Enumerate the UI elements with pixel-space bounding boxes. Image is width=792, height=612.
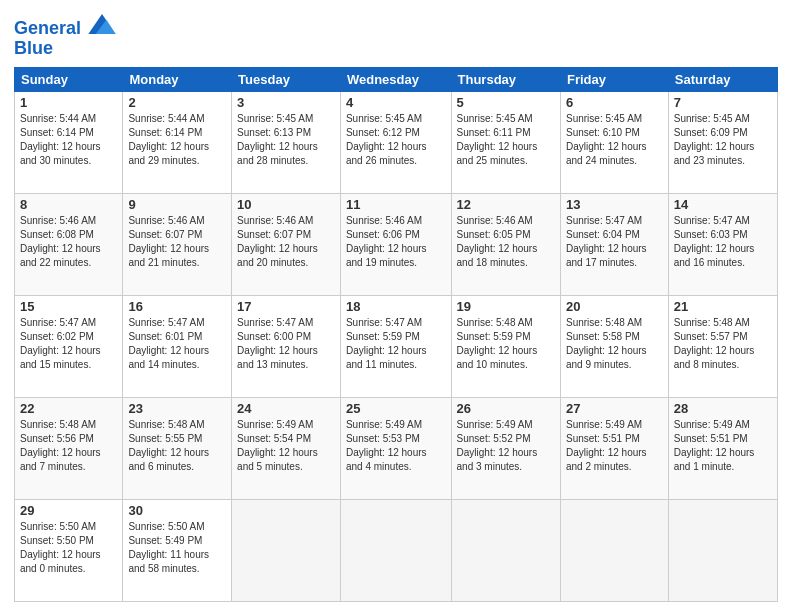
day-info: Sunrise: 5:44 AMSunset: 6:14 PMDaylight:…: [128, 112, 226, 168]
weekday-header-row: SundayMondayTuesdayWednesdayThursdayFrid…: [15, 67, 778, 91]
weekday-monday: Monday: [123, 67, 232, 91]
day-number: 29: [20, 503, 117, 518]
calendar-cell: [451, 499, 560, 601]
calendar-cell: 15Sunrise: 5:47 AMSunset: 6:02 PMDayligh…: [15, 295, 123, 397]
day-info: Sunrise: 5:46 AMSunset: 6:07 PMDaylight:…: [128, 214, 226, 270]
calendar-cell: 20Sunrise: 5:48 AMSunset: 5:58 PMDayligh…: [560, 295, 668, 397]
day-number: 7: [674, 95, 772, 110]
day-info: Sunrise: 5:50 AMSunset: 5:50 PMDaylight:…: [20, 520, 117, 576]
weekday-thursday: Thursday: [451, 67, 560, 91]
day-info: Sunrise: 5:49 AMSunset: 5:52 PMDaylight:…: [457, 418, 555, 474]
calendar-cell: 8Sunrise: 5:46 AMSunset: 6:08 PMDaylight…: [15, 193, 123, 295]
calendar-cell: 12Sunrise: 5:46 AMSunset: 6:05 PMDayligh…: [451, 193, 560, 295]
week-row-2: 8Sunrise: 5:46 AMSunset: 6:08 PMDaylight…: [15, 193, 778, 295]
calendar-cell: 3Sunrise: 5:45 AMSunset: 6:13 PMDaylight…: [232, 91, 341, 193]
day-number: 13: [566, 197, 663, 212]
day-number: 17: [237, 299, 335, 314]
calendar-cell: 18Sunrise: 5:47 AMSunset: 5:59 PMDayligh…: [340, 295, 451, 397]
day-info: Sunrise: 5:47 AMSunset: 6:02 PMDaylight:…: [20, 316, 117, 372]
day-info: Sunrise: 5:47 AMSunset: 6:00 PMDaylight:…: [237, 316, 335, 372]
day-number: 21: [674, 299, 772, 314]
day-number: 3: [237, 95, 335, 110]
calendar-cell: [668, 499, 777, 601]
calendar-cell: 27Sunrise: 5:49 AMSunset: 5:51 PMDayligh…: [560, 397, 668, 499]
calendar-cell: 29Sunrise: 5:50 AMSunset: 5:50 PMDayligh…: [15, 499, 123, 601]
calendar-cell: 30Sunrise: 5:50 AMSunset: 5:49 PMDayligh…: [123, 499, 232, 601]
day-info: Sunrise: 5:49 AMSunset: 5:51 PMDaylight:…: [674, 418, 772, 474]
calendar-cell: [560, 499, 668, 601]
calendar-cell: 25Sunrise: 5:49 AMSunset: 5:53 PMDayligh…: [340, 397, 451, 499]
calendar-cell: 16Sunrise: 5:47 AMSunset: 6:01 PMDayligh…: [123, 295, 232, 397]
day-info: Sunrise: 5:45 AMSunset: 6:09 PMDaylight:…: [674, 112, 772, 168]
calendar-cell: 14Sunrise: 5:47 AMSunset: 6:03 PMDayligh…: [668, 193, 777, 295]
day-number: 14: [674, 197, 772, 212]
calendar-cell: 23Sunrise: 5:48 AMSunset: 5:55 PMDayligh…: [123, 397, 232, 499]
day-number: 10: [237, 197, 335, 212]
day-number: 16: [128, 299, 226, 314]
logo-icon: [88, 14, 116, 34]
calendar-cell: 7Sunrise: 5:45 AMSunset: 6:09 PMDaylight…: [668, 91, 777, 193]
day-number: 8: [20, 197, 117, 212]
day-info: Sunrise: 5:45 AMSunset: 6:10 PMDaylight:…: [566, 112, 663, 168]
day-number: 15: [20, 299, 117, 314]
calendar-cell: 13Sunrise: 5:47 AMSunset: 6:04 PMDayligh…: [560, 193, 668, 295]
day-info: Sunrise: 5:48 AMSunset: 5:57 PMDaylight:…: [674, 316, 772, 372]
weekday-saturday: Saturday: [668, 67, 777, 91]
day-info: Sunrise: 5:46 AMSunset: 6:05 PMDaylight:…: [457, 214, 555, 270]
calendar-cell: 9Sunrise: 5:46 AMSunset: 6:07 PMDaylight…: [123, 193, 232, 295]
day-info: Sunrise: 5:48 AMSunset: 5:55 PMDaylight:…: [128, 418, 226, 474]
day-info: Sunrise: 5:44 AMSunset: 6:14 PMDaylight:…: [20, 112, 117, 168]
calendar-cell: 6Sunrise: 5:45 AMSunset: 6:10 PMDaylight…: [560, 91, 668, 193]
day-info: Sunrise: 5:50 AMSunset: 5:49 PMDaylight:…: [128, 520, 226, 576]
week-row-4: 22Sunrise: 5:48 AMSunset: 5:56 PMDayligh…: [15, 397, 778, 499]
calendar-cell: 1Sunrise: 5:44 AMSunset: 6:14 PMDaylight…: [15, 91, 123, 193]
weekday-wednesday: Wednesday: [340, 67, 451, 91]
day-number: 2: [128, 95, 226, 110]
calendar-cell: 5Sunrise: 5:45 AMSunset: 6:11 PMDaylight…: [451, 91, 560, 193]
day-info: Sunrise: 5:46 AMSunset: 6:06 PMDaylight:…: [346, 214, 446, 270]
day-number: 4: [346, 95, 446, 110]
calendar-cell: 26Sunrise: 5:49 AMSunset: 5:52 PMDayligh…: [451, 397, 560, 499]
day-info: Sunrise: 5:45 AMSunset: 6:13 PMDaylight:…: [237, 112, 335, 168]
day-info: Sunrise: 5:46 AMSunset: 6:07 PMDaylight:…: [237, 214, 335, 270]
calendar-cell: [232, 499, 341, 601]
day-number: 12: [457, 197, 555, 212]
calendar-cell: [340, 499, 451, 601]
day-number: 27: [566, 401, 663, 416]
calendar-cell: 10Sunrise: 5:46 AMSunset: 6:07 PMDayligh…: [232, 193, 341, 295]
week-row-1: 1Sunrise: 5:44 AMSunset: 6:14 PMDaylight…: [15, 91, 778, 193]
day-info: Sunrise: 5:47 AMSunset: 6:01 PMDaylight:…: [128, 316, 226, 372]
day-number: 18: [346, 299, 446, 314]
calendar-cell: 24Sunrise: 5:49 AMSunset: 5:54 PMDayligh…: [232, 397, 341, 499]
day-number: 22: [20, 401, 117, 416]
day-info: Sunrise: 5:48 AMSunset: 5:59 PMDaylight:…: [457, 316, 555, 372]
weekday-tuesday: Tuesday: [232, 67, 341, 91]
day-info: Sunrise: 5:49 AMSunset: 5:53 PMDaylight:…: [346, 418, 446, 474]
day-info: Sunrise: 5:45 AMSunset: 6:12 PMDaylight:…: [346, 112, 446, 168]
day-number: 30: [128, 503, 226, 518]
day-number: 23: [128, 401, 226, 416]
day-number: 28: [674, 401, 772, 416]
day-info: Sunrise: 5:49 AMSunset: 5:51 PMDaylight:…: [566, 418, 663, 474]
logo-blue: Blue: [14, 39, 116, 59]
day-info: Sunrise: 5:48 AMSunset: 5:56 PMDaylight:…: [20, 418, 117, 474]
day-number: 20: [566, 299, 663, 314]
calendar-cell: 22Sunrise: 5:48 AMSunset: 5:56 PMDayligh…: [15, 397, 123, 499]
day-number: 25: [346, 401, 446, 416]
day-number: 5: [457, 95, 555, 110]
calendar-cell: 2Sunrise: 5:44 AMSunset: 6:14 PMDaylight…: [123, 91, 232, 193]
day-number: 24: [237, 401, 335, 416]
weekday-friday: Friday: [560, 67, 668, 91]
logo: General Blue: [14, 14, 116, 59]
header: General Blue: [14, 10, 778, 59]
calendar-cell: 11Sunrise: 5:46 AMSunset: 6:06 PMDayligh…: [340, 193, 451, 295]
day-info: Sunrise: 5:47 AMSunset: 5:59 PMDaylight:…: [346, 316, 446, 372]
day-info: Sunrise: 5:48 AMSunset: 5:58 PMDaylight:…: [566, 316, 663, 372]
day-number: 1: [20, 95, 117, 110]
calendar-cell: 4Sunrise: 5:45 AMSunset: 6:12 PMDaylight…: [340, 91, 451, 193]
calendar-cell: 19Sunrise: 5:48 AMSunset: 5:59 PMDayligh…: [451, 295, 560, 397]
week-row-5: 29Sunrise: 5:50 AMSunset: 5:50 PMDayligh…: [15, 499, 778, 601]
day-info: Sunrise: 5:49 AMSunset: 5:54 PMDaylight:…: [237, 418, 335, 474]
day-info: Sunrise: 5:47 AMSunset: 6:03 PMDaylight:…: [674, 214, 772, 270]
calendar-table: SundayMondayTuesdayWednesdayThursdayFrid…: [14, 67, 778, 602]
